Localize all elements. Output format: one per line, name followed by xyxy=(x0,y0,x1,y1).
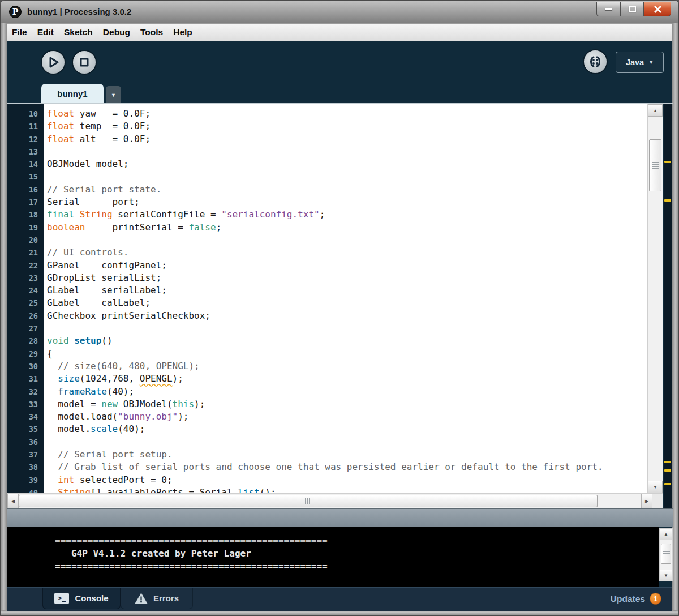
code-line[interactable]: Serial port; xyxy=(47,196,647,208)
line-number: 40 xyxy=(7,486,38,493)
menu-item-sketch[interactable]: Sketch xyxy=(59,27,98,37)
warning-marker[interactable] xyxy=(664,469,671,472)
code-token: this xyxy=(173,399,195,409)
line-number: 12 xyxy=(7,133,38,146)
maximize-button[interactable] xyxy=(620,2,644,16)
console-output[interactable]: ========================================… xyxy=(7,527,659,587)
scroll-up-arrow[interactable]: ▲ xyxy=(660,529,672,540)
code-line[interactable]: String[] availablePorts = Serial.list(); xyxy=(47,486,647,493)
code-token: String xyxy=(58,487,91,493)
code-line[interactable]: boolean printSerial = false; xyxy=(47,221,647,234)
code-line[interactable]: // UI controls. xyxy=(47,246,647,259)
code-line[interactable]: GLabel calLabel; xyxy=(47,297,647,309)
status-bar xyxy=(7,508,673,527)
horizontal-scroll-thumb[interactable] xyxy=(19,495,598,507)
play-icon xyxy=(46,55,61,70)
code-line[interactable]: int selectedPort = 0; xyxy=(47,474,647,486)
minimize-button[interactable] xyxy=(596,2,620,16)
code-token: ); xyxy=(178,411,188,422)
code-line[interactable] xyxy=(47,436,647,448)
code-line[interactable]: // Serial port state. xyxy=(47,183,647,196)
code-token: GDropList serialList; xyxy=(47,272,161,283)
code-line[interactable]: model = new OBJModel(this); xyxy=(47,398,647,410)
code-line[interactable]: GLabel serialLabel; xyxy=(47,284,647,297)
scroll-left-arrow[interactable]: ◀ xyxy=(7,494,19,508)
menu-item-edit[interactable]: Edit xyxy=(32,27,59,37)
line-number: 14 xyxy=(7,158,38,170)
line-number: 19 xyxy=(7,221,38,234)
close-button[interactable] xyxy=(644,2,671,16)
tab-errors[interactable]: Errors xyxy=(121,588,193,609)
menu-item-file[interactable]: File xyxy=(7,27,32,37)
code-token xyxy=(47,373,58,384)
menu-item-help[interactable]: Help xyxy=(168,27,197,37)
code-line[interactable]: frameRate(40); xyxy=(47,386,647,398)
updates-control[interactable]: Updates 1 xyxy=(611,593,661,605)
code-line[interactable]: OBJModel model; xyxy=(47,158,647,170)
warning-marker[interactable] xyxy=(664,483,671,485)
title-bar[interactable]: P bunny1 | Processing 3.0.2 xyxy=(1,1,678,23)
editor-vertical-scrollbar[interactable]: ▲ ▼ xyxy=(647,104,663,493)
menu-item-tools[interactable]: Tools xyxy=(135,27,168,37)
debug-button[interactable] xyxy=(583,49,608,74)
code-line[interactable]: // Serial port setup. xyxy=(47,448,647,461)
scroll-down-arrow[interactable]: ▼ xyxy=(648,481,663,493)
butterfly-debug-icon xyxy=(587,54,603,70)
code-line[interactable]: model.load("bunny.obj"); xyxy=(47,410,647,423)
scroll-up-arrow[interactable]: ▲ xyxy=(648,104,663,117)
thumb-grip xyxy=(663,551,670,557)
code-line[interactable]: float temp = 0.0F; xyxy=(47,120,647,132)
code-token: ; xyxy=(320,209,325,220)
main-content: Java ▼ bunny1 ▼ 101112131415161718192021… xyxy=(7,41,672,610)
code-line[interactable]: // Grab list of serial ports and choose … xyxy=(47,461,647,473)
line-number: 28 xyxy=(7,335,38,347)
line-number: 26 xyxy=(7,310,38,322)
code-line[interactable] xyxy=(47,322,647,335)
chevron-down-icon: ▼ xyxy=(111,92,116,98)
code-token: ); xyxy=(173,373,183,384)
line-number: 17 xyxy=(7,196,38,208)
code-line[interactable] xyxy=(47,146,647,158)
code-line[interactable]: float yaw = 0.0F; xyxy=(47,108,647,120)
warning-marker[interactable] xyxy=(664,161,671,163)
vertical-scroll-thumb[interactable] xyxy=(649,139,661,191)
run-button[interactable] xyxy=(41,50,66,75)
processing-ide-window: P bunny1 | Processing 3.0.2 FileEditSket… xyxy=(0,0,679,616)
mode-label: Java xyxy=(626,58,644,67)
stop-button[interactable] xyxy=(72,50,97,75)
window-controls xyxy=(596,2,671,16)
code-line[interactable]: model.scale(40); xyxy=(47,423,647,435)
code-token: GCheckbox printSerialCheckbox; xyxy=(47,310,210,321)
code-editor[interactable]: 1011121314151617181920212223242526272829… xyxy=(7,104,663,508)
code-line[interactable]: GDropList serialList; xyxy=(47,272,647,284)
mode-selector[interactable]: Java ▼ xyxy=(616,52,664,73)
code-line[interactable]: GPanel configPanel; xyxy=(47,259,647,272)
code-line[interactable]: GCheckbox printSerialCheckbox; xyxy=(47,310,647,322)
console-scroll-thumb[interactable] xyxy=(661,544,671,564)
code-line[interactable] xyxy=(47,234,647,246)
code-token: printSerial = xyxy=(85,222,188,233)
code-text-area[interactable]: float yaw = 0.0F;float temp = 0.0F;float… xyxy=(44,104,647,493)
tab-bunny1[interactable]: bunny1 xyxy=(41,84,104,104)
scroll-down-arrow[interactable]: ▼ xyxy=(660,570,672,581)
tab-console[interactable]: >_ Console xyxy=(42,588,121,609)
console-tab-label: Console xyxy=(75,593,108,603)
code-line[interactable] xyxy=(47,170,647,183)
menu-item-debug[interactable]: Debug xyxy=(98,27,135,37)
code-line[interactable]: void setup() xyxy=(47,335,647,347)
code-line[interactable]: float alt = 0.0F; xyxy=(47,133,647,146)
code-token: serialConfigFile = xyxy=(113,209,222,220)
tab-dropdown-button[interactable]: ▼ xyxy=(106,86,121,104)
warning-marker[interactable] xyxy=(664,461,671,463)
line-number: 33 xyxy=(7,398,38,410)
line-number: 22 xyxy=(7,259,38,272)
code-line[interactable]: size(1024,768, OPENGL); xyxy=(47,373,647,385)
console-scrollbar[interactable]: ▲ ▼ xyxy=(659,528,673,581)
code-token: final xyxy=(47,209,74,220)
code-line[interactable]: final String serialConfigFile = "serialc… xyxy=(47,208,647,221)
warning-marker[interactable] xyxy=(664,199,671,202)
editor-horizontal-scrollbar[interactable]: ◀ ▶ xyxy=(7,493,652,508)
scroll-right-arrow[interactable]: ▶ xyxy=(641,494,652,508)
code-line[interactable]: { xyxy=(47,348,647,360)
code-line[interactable]: // size(640, 480, OPENGL); xyxy=(47,360,647,373)
